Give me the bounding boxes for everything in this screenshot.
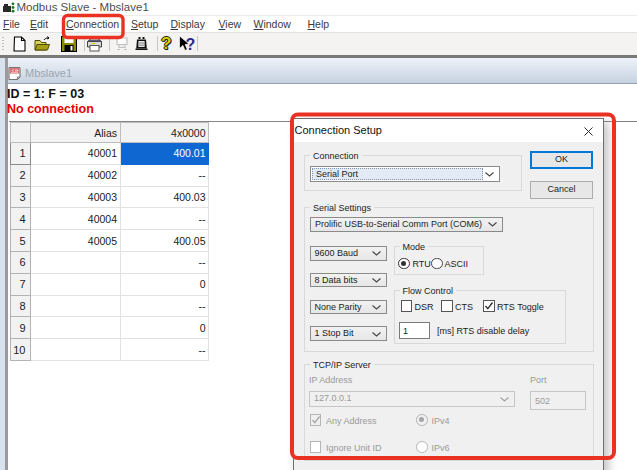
svg-text:DEC: DEC — [10, 69, 18, 73]
